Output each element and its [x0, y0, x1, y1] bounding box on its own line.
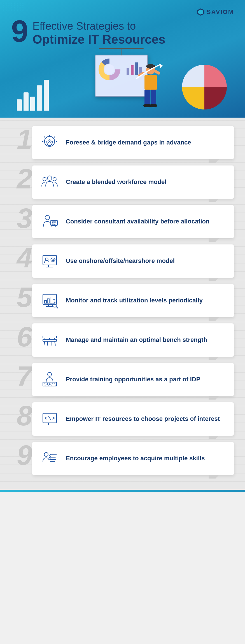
- svg-rect-65: [43, 339, 57, 341]
- logo-area: SAVIOM: [11, 8, 234, 16]
- svg-line-64: [56, 307, 58, 308]
- svg-line-67: [44, 341, 45, 346]
- strategy-card-9: Encourage employees to acquire multiple …: [32, 442, 234, 475]
- svg-rect-89: [50, 461, 55, 462]
- dots-decoration: [3, 3, 24, 11]
- svg-point-33: [53, 178, 56, 181]
- svg-rect-43: [54, 224, 55, 225]
- svg-point-5: [104, 64, 115, 74]
- strategy-item-9: 9 Encourage employees to: [11, 442, 234, 475]
- strategy-card-5: Monitor and track utilization levels per…: [32, 284, 234, 317]
- title-number: 9: [11, 17, 28, 45]
- svg-point-85: [44, 452, 48, 456]
- strategy-card-2: Create a blended workforce model: [32, 165, 234, 199]
- svg-rect-44: [43, 255, 57, 265]
- svg-rect-61: [50, 297, 52, 303]
- svg-point-49: [51, 258, 55, 262]
- strategy-text-4: Use onshore/offsite/nearshore model: [66, 257, 175, 265]
- strategy-text-9: Encourage employees to acquire multiple …: [66, 454, 205, 463]
- strategy-icon-area-4: [39, 251, 60, 272]
- strategy-item-8: 8 Empower IT resources to choose project…: [11, 402, 234, 436]
- strategy-icon-area-5: [39, 290, 60, 311]
- svg-point-34: [45, 215, 50, 220]
- svg-point-77: [47, 383, 50, 385]
- svg-rect-42: [52, 224, 53, 225]
- svg-rect-87: [50, 457, 56, 458]
- strategy-item-2: 2 Create a blended workforce model: [11, 165, 234, 199]
- logo-text: SAVIOM: [197, 8, 234, 16]
- strategy-item-1: 1 Foresee & br: [11, 126, 234, 159]
- chart-monitor-icon: [41, 291, 59, 310]
- strategy-text-6: Manage and maintain an optimal bench str…: [66, 336, 207, 344]
- svg-rect-88: [50, 459, 56, 460]
- strategy-card-6: Manage and maintain an optimal bench str…: [32, 323, 234, 357]
- svg-point-30: [49, 141, 50, 142]
- strategy-text-7: Provide training opportunities as a part…: [66, 375, 200, 384]
- svg-rect-66: [43, 336, 57, 338]
- svg-point-74: [48, 372, 52, 376]
- trend-arrow: [135, 63, 163, 80]
- strategy-text-2: Create a blended workforce model: [66, 178, 166, 186]
- title-line2: Optimize IT Resources: [32, 33, 165, 46]
- strategy-icon-area-3: [39, 211, 60, 232]
- strategy-text-5: Monitor and track utilization levels per…: [66, 297, 203, 305]
- board-donut-chart: [98, 58, 121, 81]
- svg-rect-40: [52, 222, 53, 223]
- main-content: 1 Foresee & br: [0, 118, 245, 490]
- header-section: SAVIOM 9 Effective Strategies to Optimiz…: [0, 0, 245, 118]
- svg-rect-7: [131, 65, 134, 75]
- title-text: Effective Strategies to Optimize IT Reso…: [32, 20, 165, 46]
- header-illustration: [11, 52, 234, 113]
- strategy-icon-area-9: [39, 448, 60, 469]
- svg-line-24: [44, 137, 45, 137]
- strategy-icon-area-7: [39, 369, 60, 390]
- bottom-bar: [0, 490, 245, 492]
- strategy-icon-area-8: [39, 409, 60, 430]
- strategy-item-4: 4: [11, 244, 234, 278]
- svg-point-79: [54, 383, 56, 385]
- consultant-icon: [41, 213, 59, 231]
- strategy-card-7: Provide training opportunities as a part…: [32, 363, 234, 396]
- svg-rect-16: [151, 90, 156, 105]
- svg-rect-15: [144, 90, 150, 105]
- strategy-text-3: Consider consultant availability before …: [66, 218, 209, 226]
- lightbulb-icon: [41, 134, 59, 152]
- training-icon: [41, 370, 59, 389]
- svg-line-68: [55, 341, 55, 346]
- employee-skills-icon: [41, 449, 59, 468]
- svg-point-78: [51, 383, 53, 385]
- strategy-item-3: 3 C: [11, 205, 234, 238]
- strategy-card-4: Use onshore/offsite/nearshore model: [32, 244, 234, 278]
- svg-point-18: [150, 104, 157, 107]
- svg-point-76: [44, 383, 46, 385]
- team-icon: [41, 173, 59, 191]
- strategy-text-8: Empower IT resources to choose projects …: [66, 415, 220, 423]
- svg-point-50: [52, 259, 54, 261]
- svg-rect-59: [45, 300, 46, 303]
- strategy-card-1: Foresee & bridge demand gaps in advance: [32, 126, 234, 159]
- strategy-card-8: Empower IT resources to choose projects …: [32, 402, 234, 436]
- strategy-item-5: 5 Monitor and: [11, 284, 234, 317]
- pie-chart-illustration: [179, 62, 230, 113]
- title-line1: Effective Strategies to: [32, 20, 165, 33]
- saviom-logo-icon: [197, 8, 204, 16]
- svg-point-32: [43, 178, 46, 181]
- title-area: 9 Effective Strategies to Optimize IT Re…: [11, 20, 234, 46]
- svg-rect-86: [50, 454, 57, 455]
- whiteboard-scene: [81, 57, 165, 113]
- svg-rect-41: [54, 222, 55, 223]
- svg-point-31: [47, 176, 52, 180]
- svg-line-84: [48, 416, 51, 420]
- strategy-item-6: 6 Manage and m: [11, 323, 234, 357]
- computer-code-icon: [41, 410, 59, 428]
- strategy-text-1: Foresee & bridge demand gaps in advance: [66, 139, 191, 147]
- svg-rect-60: [47, 299, 49, 303]
- bench-icon: [41, 331, 59, 349]
- pie-chart-svg: [179, 62, 230, 112]
- strategy-item-7: 7 Provide training opportunities as a pa…: [11, 363, 234, 396]
- bar-chart-illustration: [17, 77, 49, 111]
- svg-rect-6: [127, 68, 129, 75]
- svg-line-22: [54, 137, 55, 137]
- monitor-settings-icon: [41, 252, 59, 270]
- svg-rect-35: [51, 220, 57, 225]
